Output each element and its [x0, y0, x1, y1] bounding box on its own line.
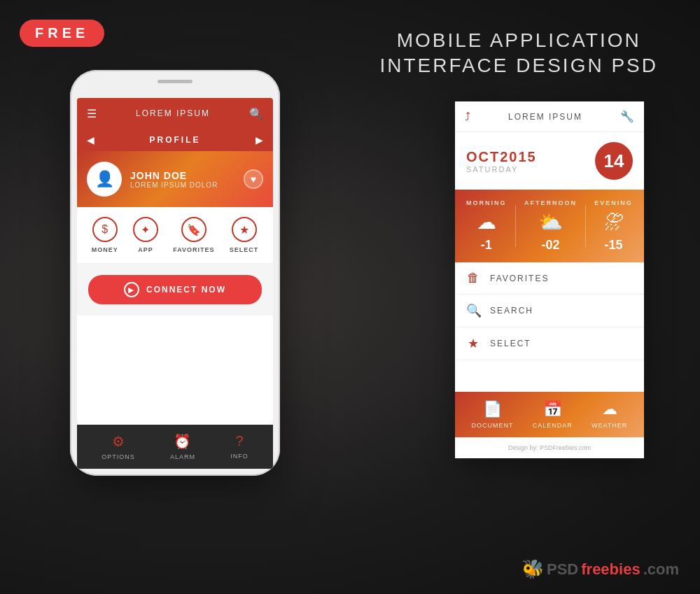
profile-info: JOHN DOE LOREM IPSUM DOLOR — [130, 170, 218, 189]
alarm-icon: ⏰ — [174, 433, 191, 450]
title-line1: MOBILE APPLICATION — [397, 29, 641, 51]
phone-2: ⤴ LOREM IPSUM 🔧 OCT2015 SATURDAY 14 MORN… — [455, 101, 644, 458]
page-title: MOBILE APPLICATION INTERFACE DESIGN PSD — [379, 28, 658, 79]
select-list-label: SELECT — [490, 339, 531, 348]
psd-freebies-logo: 🐝 PSD freebies .com — [522, 558, 679, 580]
menu-icon[interactable]: ☰ — [87, 107, 97, 120]
afternoon-label: AFTERNOON — [524, 199, 577, 206]
tab-calendar[interactable]: 📅 CALENDAR — [533, 400, 573, 429]
heart-button[interactable]: ♥ — [244, 169, 263, 189]
phone1-topbar: ☰ LOREM IPSUM 🔍 — [77, 98, 273, 129]
info-label: INFO — [230, 453, 248, 460]
calendar-tab-label: CALENDAR — [533, 422, 573, 429]
search-list-icon: 🔍 — [466, 303, 480, 318]
alarm-label: ALARM — [170, 453, 195, 460]
menu-item-favorites[interactable]: 🔖 FAVORITES — [173, 217, 214, 253]
connect-section: ▶ CONNECT NOW — [77, 264, 273, 316]
next-arrow-icon[interactable]: ▶ — [255, 134, 263, 146]
play-icon: ▶ — [124, 282, 139, 297]
document-icon: 📄 — [483, 400, 502, 418]
star-icon: ★ — [232, 217, 257, 242]
list-item-select[interactable]: ★ SELECT — [455, 327, 644, 360]
search-list-label: SEARCH — [490, 306, 533, 316]
menu-item-money[interactable]: $ MONEY — [92, 217, 118, 253]
user-icon: 👤 — [95, 170, 114, 188]
info-icon: ? — [236, 433, 244, 449]
cloud-afternoon-icon: ⛅ — [538, 211, 563, 234]
profile-nav: ◀ PROFILE ▶ — [77, 129, 273, 151]
psd-text: PSD — [547, 560, 578, 579]
design-by-text: Design by: PSDFreebies.com — [508, 444, 591, 451]
select-label: SELECT — [230, 246, 259, 253]
connect-button[interactable]: ▶ CONNECT NOW — [88, 275, 262, 304]
money-icon: $ — [92, 217, 118, 242]
cloud-morning-icon: ☁ — [477, 211, 496, 234]
menu-item-app[interactable]: ✦ APP — [133, 217, 158, 253]
phone-screen: ☰ LOREM IPSUM 🔍 ◀ PROFILE ▶ 👤 JOHN DOE L… — [77, 98, 273, 469]
weather-section: MORNING ☁ -1 AFTERNOON ⛅ -02 EVENING ⛈ -… — [455, 190, 644, 262]
list-item-favorites[interactable]: 🗑 FAVORITES — [455, 262, 644, 295]
day-name: SATURDAY — [466, 165, 537, 174]
weather-tab-icon: ☁ — [602, 400, 617, 418]
profile-subtitle: LOREM IPSUM DOLOR — [130, 181, 218, 189]
free-badge: FREE — [20, 20, 104, 47]
search-icon[interactable]: 🔍 — [249, 107, 263, 120]
menu-grid: $ MONEY ✦ APP 🔖 FAVORITES ★ SELECT — [77, 207, 273, 264]
freebies-text: freebies — [581, 560, 640, 579]
evening-label: EVENING — [594, 199, 633, 206]
weather-morning: MORNING ☁ -1 — [466, 199, 507, 253]
phone2-bottom-tabs: 📄 DOCUMENT 📅 CALENDAR ☁ WEATHER — [455, 392, 644, 437]
phone1-topbar-title: LOREM IPSUM — [136, 108, 210, 118]
document-tab-label: DOCUMENT — [472, 422, 514, 429]
profile-header: 👤 JOHN DOE LOREM IPSUM DOLOR ♥ — [77, 151, 273, 207]
evening-temp: -15 — [605, 238, 623, 253]
month-year: OCT2015 — [466, 149, 537, 165]
bee-icon: 🐝 — [522, 558, 544, 580]
profile-name: JOHN DOE — [130, 170, 218, 181]
gear-icon: ⚙ — [112, 433, 125, 450]
favorites-label: FAVORITES — [173, 246, 214, 253]
share-icon[interactable]: ⤴ — [465, 111, 470, 123]
date-circle: 14 — [595, 142, 633, 180]
weather-afternoon: AFTERNOON ⛅ -02 — [524, 199, 577, 253]
phone2-topbar-title: LOREM IPSUM — [508, 112, 582, 122]
calendar-icon: 📅 — [543, 400, 562, 418]
tab-document[interactable]: 📄 DOCUMENT — [472, 400, 514, 429]
bottom-item-options[interactable]: ⚙ OPTIONS — [102, 433, 135, 460]
title-line2: INTERFACE DESIGN PSD — [379, 55, 658, 76]
phone-speaker — [158, 80, 192, 83]
profile-nav-label: PROFILE — [149, 135, 200, 145]
weather-evening: EVENING ⛈ -15 — [594, 199, 633, 253]
bottom-item-info[interactable]: ? INFO — [230, 433, 248, 460]
options-label: OPTIONS — [102, 453, 135, 460]
weather-divider-2 — [585, 205, 586, 247]
wrench-icon[interactable]: 🔧 — [620, 110, 634, 123]
app-label: APP — [138, 246, 153, 253]
prev-arrow-icon[interactable]: ◀ — [87, 134, 94, 146]
morning-label: MORNING — [466, 199, 507, 206]
suffix-text: .com — [643, 560, 679, 579]
trash-icon: 🗑 — [466, 271, 480, 285]
bottom-item-alarm[interactable]: ⏰ ALARM — [170, 433, 195, 460]
tab-weather[interactable]: ☁ WEATHER — [592, 400, 627, 429]
menu-item-select[interactable]: ★ SELECT — [230, 217, 259, 253]
star-list-icon: ★ — [466, 336, 480, 351]
bottom-nav: ⚙ OPTIONS ⏰ ALARM ? INFO — [77, 425, 273, 469]
phone2-topbar: ⤴ LOREM IPSUM 🔧 — [455, 101, 644, 132]
connect-btn-label: CONNECT NOW — [146, 285, 226, 295]
storm-evening-icon: ⛈ — [604, 211, 624, 234]
favorites-list-label: FAVORITES — [490, 274, 549, 283]
afternoon-temp: -02 — [541, 238, 559, 253]
phone-1: ☰ LOREM IPSUM 🔍 ◀ PROFILE ▶ 👤 JOHN DOE L… — [70, 70, 280, 476]
avatar: 👤 — [87, 162, 122, 197]
date-section: OCT2015 SATURDAY 14 — [455, 132, 644, 190]
bookmark-icon: 🔖 — [181, 217, 206, 242]
list-item-search[interactable]: 🔍 SEARCH — [455, 295, 644, 327]
weather-divider-1 — [515, 205, 516, 247]
money-label: MONEY — [92, 246, 118, 253]
morning-temp: -1 — [481, 238, 492, 253]
weather-tab-label: WEATHER — [592, 422, 627, 429]
date-left: OCT2015 SATURDAY — [466, 149, 537, 174]
app-icon: ✦ — [133, 217, 158, 242]
